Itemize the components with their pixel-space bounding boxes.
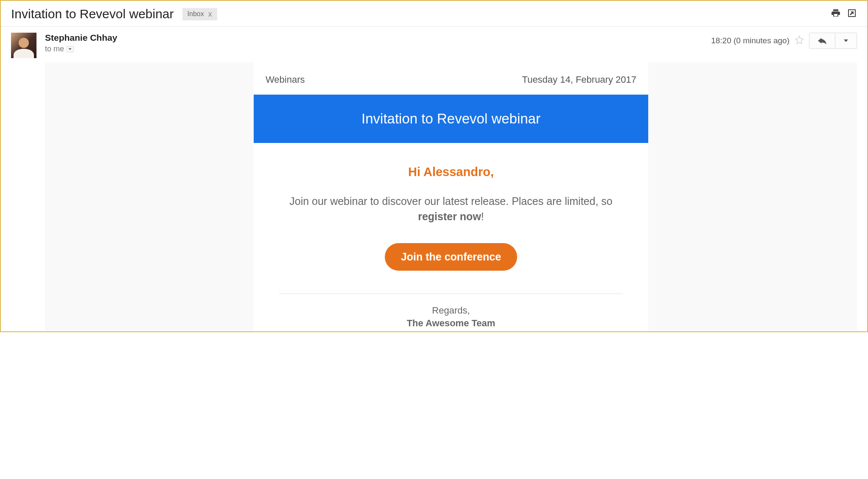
recipient-text: to me bbox=[45, 45, 64, 53]
email-header: Invitation to Revevol webinar Inbox x bbox=[1, 1, 867, 27]
open-new-window-icon[interactable] bbox=[847, 8, 857, 20]
header-left: Invitation to Revevol webinar Inbox x bbox=[11, 7, 217, 21]
cta-wrap: Join the conference bbox=[254, 243, 648, 271]
meta-row: Stephanie Chhay to me 18:20 (0 minutes a… bbox=[45, 33, 857, 58]
mail-card: Webinars Tuesday 14, February 2017 Invit… bbox=[254, 62, 648, 331]
reply-button[interactable] bbox=[809, 33, 835, 48]
signature: Regards, The Awesome Team bbox=[254, 305, 648, 331]
signature-team: The Awesome Team bbox=[254, 318, 648, 329]
body-pre: Join our webinar to discover our latest … bbox=[289, 195, 612, 207]
close-icon[interactable]: x bbox=[208, 10, 212, 19]
timestamp: 18:20 (0 minutes ago) bbox=[711, 36, 790, 45]
body-bold: register now bbox=[418, 210, 481, 222]
banner-title: Invitation to Revevol webinar bbox=[254, 95, 648, 143]
action-group bbox=[809, 33, 857, 49]
card-category: Webinars bbox=[266, 74, 305, 85]
print-icon[interactable] bbox=[831, 8, 841, 20]
recipient-row: to me bbox=[45, 45, 117, 53]
body-post: ! bbox=[481, 210, 484, 222]
meta-left: Stephanie Chhay to me bbox=[45, 33, 117, 53]
email-subject: Invitation to Revevol webinar bbox=[11, 7, 174, 21]
inbox-label[interactable]: Inbox x bbox=[182, 8, 217, 20]
card-header: Webinars Tuesday 14, February 2017 bbox=[254, 62, 648, 95]
greeting: Hi Alessandro, bbox=[254, 165, 648, 179]
mail-wrap: Webinars Tuesday 14, February 2017 Invit… bbox=[45, 62, 857, 331]
email-content: Webinars Tuesday 14, February 2017 Invit… bbox=[45, 62, 867, 331]
sender-name[interactable]: Stephanie Chhay bbox=[45, 33, 117, 43]
signature-regards: Regards, bbox=[254, 305, 648, 316]
more-actions-dropdown[interactable] bbox=[835, 33, 857, 48]
join-conference-button[interactable]: Join the conference bbox=[385, 243, 517, 271]
divider bbox=[279, 294, 623, 294]
avatar[interactable] bbox=[11, 33, 36, 58]
header-actions bbox=[831, 8, 857, 20]
body-text: Join our webinar to discover our latest … bbox=[271, 193, 631, 224]
show-details-dropdown[interactable] bbox=[67, 46, 73, 52]
message-meta: Stephanie Chhay to me 18:20 (0 minutes a… bbox=[1, 27, 867, 58]
meta-right: 18:20 (0 minutes ago) bbox=[711, 33, 857, 49]
card-date: Tuesday 14, February 2017 bbox=[522, 74, 636, 85]
star-icon[interactable] bbox=[795, 35, 804, 46]
inbox-label-text: Inbox bbox=[188, 10, 204, 18]
